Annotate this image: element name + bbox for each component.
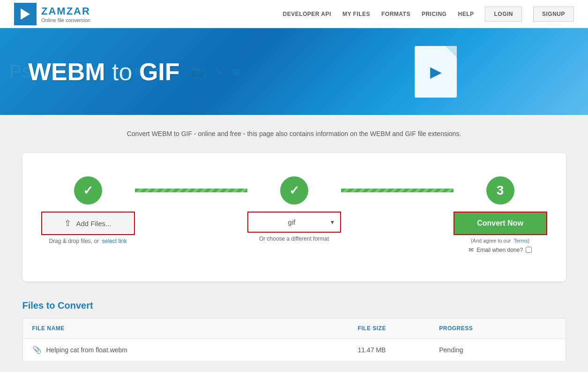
add-files-label: Add Files... <box>76 220 111 228</box>
add-files-button[interactable]: ⇧ Add Files... <box>41 212 135 235</box>
convert-now-button[interactable]: Convert Now <box>454 212 547 235</box>
files-table-body: 📎Helping cat from float.webm11.47 MBPend… <box>22 339 566 361</box>
banner-file-icon: ▶ <box>415 46 457 98</box>
step-1: ✓ ⇧ Add Files... Drag & drop files, or s… <box>41 176 135 244</box>
logo-sub: Online file conversion <box>41 17 90 23</box>
file-name: Helping cat from float.webm <box>46 346 128 354</box>
step-1-circle: ✓ <box>74 176 102 205</box>
banner: Ps ♪ ⚙ ✉ ▶ { } ⊞ ♫ ⊕ 📷 ✎ ⊞ WEBM to GIF ▶ <box>0 28 588 115</box>
files-section-title: Files to Convert <box>22 300 566 311</box>
email-checkbox[interactable] <box>526 247 532 253</box>
logo-brand: ZAMZAR <box>41 5 90 17</box>
logo-icon <box>14 3 37 25</box>
col-file-size: FILE SIZE <box>348 319 430 339</box>
files-title-highlight: Convert <box>58 300 93 311</box>
banner-webm: WEBM <box>28 58 105 85</box>
banner-title: WEBM to GIF <box>0 58 180 86</box>
step-3-content: Convert Now (And agree to our Terms) ✉ E… <box>454 212 547 253</box>
drag-drop-text: Drag & drop files, or select link <box>49 238 127 244</box>
nav-formats[interactable]: FORMATS <box>381 11 410 17</box>
steps-container: ✓ ⇧ Add Files... Drag & drop files, or s… <box>41 176 547 253</box>
terms-link[interactable]: Terms <box>514 238 528 243</box>
step-3-circle: 3 <box>486 176 514 205</box>
step-3: 3 Convert Now (And agree to our Terms) ✉… <box>454 176 547 253</box>
file-status-cell: Pending <box>430 339 566 361</box>
format-select[interactable]: gif <box>248 213 340 232</box>
col-file-name: FILE NAME <box>22 319 348 339</box>
email-row: ✉ Email when done? <box>469 246 532 253</box>
banner-to: to <box>105 58 139 85</box>
format-select-wrapper[interactable]: gif ▼ <box>247 212 341 233</box>
file-size-cell: 11.47 MB <box>348 339 430 361</box>
logo-area: ZAMZAR Online file conversion <box>14 3 90 25</box>
svg-marker-0 <box>21 8 30 20</box>
nav-developer-api[interactable]: DEVELOPER API <box>283 11 331 17</box>
nav-links: DEVELOPER API MY FILES FORMATS PRICING H… <box>283 7 574 22</box>
step-2-content: gif ▼ Or choose a different format <box>247 212 341 242</box>
attach-icon: 📎 <box>32 345 42 354</box>
signup-button[interactable]: SIGNUP <box>533 7 574 22</box>
subtitle: Convert WEBM to GIF - online and free - … <box>22 129 566 139</box>
files-title-prefix: Files to <box>22 300 58 311</box>
files-table-header-row: FILE NAME FILE SIZE PROGRESS <box>22 319 566 339</box>
upload-icon: ⇧ <box>64 218 71 228</box>
files-table: FILE NAME FILE SIZE PROGRESS 📎Helping ca… <box>22 318 566 361</box>
nav-help[interactable]: HELP <box>458 11 474 17</box>
format-helper-text: Or choose a different format <box>259 235 329 242</box>
step-connector-2 <box>341 189 454 192</box>
files-section: Files to Convert FILE NAME FILE SIZE PRO… <box>22 300 566 361</box>
nav-pricing[interactable]: PRICING <box>422 11 447 17</box>
banner-gif: GIF <box>139 58 180 85</box>
files-table-head: FILE NAME FILE SIZE PROGRESS <box>22 319 566 339</box>
file-name-cell: 📎Helping cat from float.webm <box>22 339 348 361</box>
step-connector-1 <box>135 189 247 192</box>
converter-box: ✓ ⇧ Add Files... Drag & drop files, or s… <box>22 153 566 281</box>
email-icon: ✉ <box>469 246 474 253</box>
terms-text: (And agree to our Terms) <box>471 238 529 243</box>
email-label: Email when done? <box>476 247 523 253</box>
select-link[interactable]: select link <box>102 238 127 244</box>
main-content: Convert WEBM to GIF - online and free - … <box>13 115 575 372</box>
play-icon: ▶ <box>430 63 442 81</box>
col-progress: PROGRESS <box>430 319 566 339</box>
step-2: ✓ gif ▼ Or choose a different format <box>247 176 341 242</box>
header: ZAMZAR Online file conversion DEVELOPER … <box>0 0 588 28</box>
logo-text-area: ZAMZAR Online file conversion <box>41 5 90 23</box>
file-document-icon: ▶ <box>415 46 457 98</box>
step-1-content: ⇧ Add Files... Drag & drop files, or sel… <box>41 212 135 244</box>
step-2-circle: ✓ <box>280 176 308 205</box>
login-button[interactable]: LOGIN <box>485 7 522 22</box>
table-row: 📎Helping cat from float.webm11.47 MBPend… <box>22 339 566 361</box>
nav-my-files[interactable]: MY FILES <box>342 11 370 17</box>
